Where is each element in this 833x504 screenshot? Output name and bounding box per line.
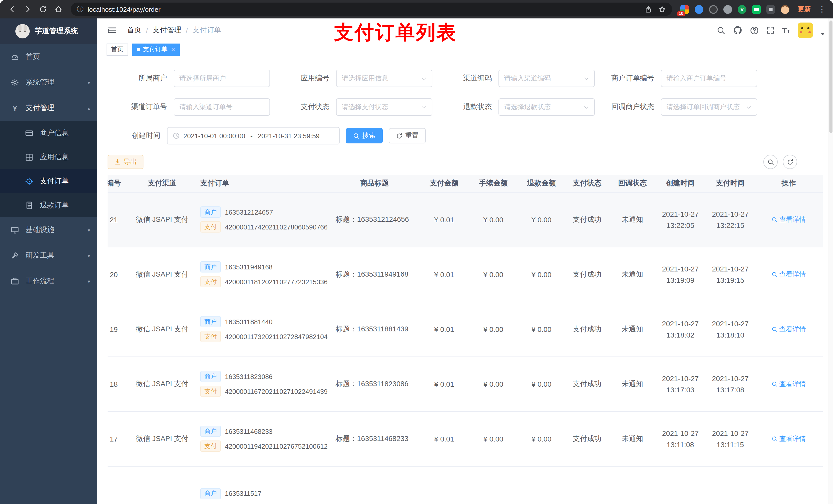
search-icon	[767, 159, 774, 165]
sidebar-item-refund-order[interactable]: 退款订单	[0, 193, 97, 217]
column-header: 手续金额	[468, 175, 519, 192]
breadcrumb-home[interactable]: 首页	[127, 26, 141, 35]
product-title-cell: 标题：1635311823086	[328, 357, 421, 411]
column-header: 创建时间	[655, 175, 706, 192]
create-time-cell: 2021-10-27 13:19:09	[655, 247, 706, 302]
channel-order-no-filter-input[interactable]: 请输入渠道订单号	[174, 98, 270, 116]
page-scrollbar[interactable]	[828, 19, 833, 504]
sidebar-item-merchant-info[interactable]: 商户信息	[0, 121, 97, 145]
address-bar[interactable]: ⓘ localhost:1024/pay/order	[71, 3, 672, 16]
view-detail-link[interactable]: 查看详情	[771, 215, 806, 224]
extensions-area: 10 V	[680, 5, 789, 14]
app-title: 芋道管理系统	[35, 27, 78, 36]
channel-code-filter-select[interactable]: 请输入渠道编码	[498, 70, 595, 87]
sidebar: 芋道管理系统 首页 系统管理 ▾ ¥ 支付管理 ▴	[0, 19, 97, 504]
pay-channel-cell: 微信 JSAPI 支付	[130, 302, 194, 357]
fullscreen-icon[interactable]	[766, 26, 774, 34]
search-icon[interactable]	[716, 26, 725, 34]
reset-button[interactable]: 重置	[389, 128, 426, 143]
view-detail-link[interactable]: 查看详情	[771, 270, 806, 279]
gray-extension-icon[interactable]	[723, 5, 732, 14]
refund-amount-cell: ¥ 0.00	[519, 247, 564, 302]
export-button[interactable]: 导出	[108, 155, 143, 169]
view-detail-link[interactable]: 查看详情	[771, 325, 806, 334]
search-icon	[771, 271, 778, 278]
share-icon[interactable]	[644, 5, 652, 13]
view-detail-link[interactable]: 查看详情	[771, 379, 806, 388]
sidebar-item-app-info[interactable]: 应用信息	[0, 145, 97, 169]
sidebar-item-label: 系统管理	[26, 78, 54, 87]
help-icon[interactable]	[750, 26, 759, 34]
tool-icon	[10, 251, 20, 260]
pay-status-filter-select[interactable]: 请选择支付状态	[336, 98, 432, 116]
sidebar-item-system[interactable]: 系统管理 ▾	[0, 70, 97, 95]
product-title-cell: 标题：1635311949168	[328, 247, 421, 302]
pay-order-cell: 商户 1635311881440 支付 42000011732021102728…	[194, 302, 328, 357]
order-id-cell: 18	[108, 357, 130, 411]
refund-status-filter-select[interactable]: 请选择退款状态	[498, 98, 595, 116]
green-chat-extension-icon[interactable]	[752, 5, 761, 14]
chevron-up-icon: ▴	[88, 105, 90, 111]
home-button[interactable]	[51, 2, 66, 16]
forward-button[interactable]	[21, 2, 35, 16]
sidebar-item-workflow[interactable]: 工作流程 ▾	[0, 268, 97, 294]
collapse-sidebar-button[interactable]	[105, 24, 119, 37]
search-button[interactable]: 搜索	[346, 128, 383, 143]
channel-order-no: 4200001167202110271022491439	[225, 387, 328, 395]
close-tab-icon[interactable]: ×	[171, 46, 175, 53]
memoji-icon[interactable]	[781, 5, 789, 14]
reload-button[interactable]	[36, 2, 50, 16]
browser-menu-icon[interactable]: ⋮	[816, 5, 828, 14]
actions-cell: 查看详情	[755, 357, 823, 411]
refund-amount-cell: ¥ 0.00	[519, 357, 564, 411]
merchant-order-no: 1635311881440	[225, 318, 272, 326]
sidebar-item-pay-order[interactable]: 支付订单	[0, 169, 97, 193]
dark-ring-extension-icon[interactable]	[709, 5, 718, 14]
font-size-icon[interactable]: TT	[782, 26, 790, 34]
fee-amount-cell: ¥ 0.00	[468, 247, 519, 302]
breadcrumb-payment[interactable]: 支付管理	[153, 26, 181, 35]
sidebar-item-dev-tools[interactable]: 研发工具 ▾	[0, 243, 97, 268]
column-header: 支付渠道	[130, 175, 194, 192]
channel-order-no: 4200001173202110272847982104	[225, 333, 328, 340]
user-avatar[interactable]	[798, 23, 813, 38]
merchant-filter-input[interactable]: 请选择所属商户	[174, 70, 270, 87]
table-row: 18 微信 JSAPI 支付 商户 1635311823086 支付 42000…	[108, 357, 823, 411]
merchant-order-no-filter-input[interactable]: 请输入商户订单编号	[661, 70, 757, 87]
channel-code-filter-label: 渠道编码	[432, 74, 492, 83]
colorful-extension-icon[interactable]: 10	[680, 5, 689, 14]
merchant-order-no: 1635311517	[225, 490, 262, 497]
bookmark-star-icon[interactable]	[658, 5, 666, 13]
refresh-table-button[interactable]	[783, 155, 797, 169]
sidebar-item-payment[interactable]: ¥ 支付管理 ▴	[0, 95, 97, 121]
table-row-partial: 商户 1635311517	[108, 466, 823, 504]
search-icon	[771, 326, 778, 332]
tab-home[interactable]: 首页	[106, 43, 128, 55]
github-icon[interactable]	[733, 26, 742, 35]
sidebar-item-label: 退款订单	[40, 200, 69, 210]
back-button[interactable]	[5, 2, 20, 16]
merchant-tag: 商户	[200, 261, 221, 272]
date-end-value: 2021-10-31 23:59:59	[258, 132, 319, 140]
blue-drop-extension-icon[interactable]	[695, 5, 704, 14]
site-info-icon[interactable]: ⓘ	[77, 5, 84, 14]
chrome-update-button[interactable]: 更新	[793, 3, 815, 15]
search-icon	[771, 216, 778, 222]
sidebar-item-home[interactable]: 首页	[0, 44, 97, 70]
url-text[interactable]: localhost:1024/pay/order	[88, 5, 640, 13]
pay-order-cell: 商户 1635311468233 支付 42000011942021102767…	[194, 411, 328, 466]
tab-pay-order[interactable]: 支付订单 ×	[132, 43, 180, 55]
merchant-order-no: 1635311949168	[225, 263, 272, 271]
merchant-order-no: 1635311823086	[225, 373, 272, 380]
create-time-range-input[interactable]: 2021-10-01 00:00:00 - 2021-10-31 23:59:5…	[167, 127, 340, 144]
green-v-extension-icon[interactable]: V	[738, 5, 746, 14]
app-id-filter-select[interactable]: 请选择应用信息	[336, 70, 432, 87]
view-detail-link[interactable]: 查看详情	[771, 434, 806, 443]
dark-puzzle-extension-icon[interactable]	[766, 5, 775, 14]
sidebar-item-label: 基础设施	[26, 225, 54, 235]
notify-status-cell: 未通知	[610, 302, 655, 357]
toggle-search-button[interactable]	[763, 155, 778, 169]
sidebar-item-infrastructure[interactable]: 基础设施 ▾	[0, 217, 97, 243]
notify-status-filter-select[interactable]: 请选择订单回调商户状态	[661, 98, 757, 116]
caret-down-icon[interactable]	[821, 32, 825, 35]
